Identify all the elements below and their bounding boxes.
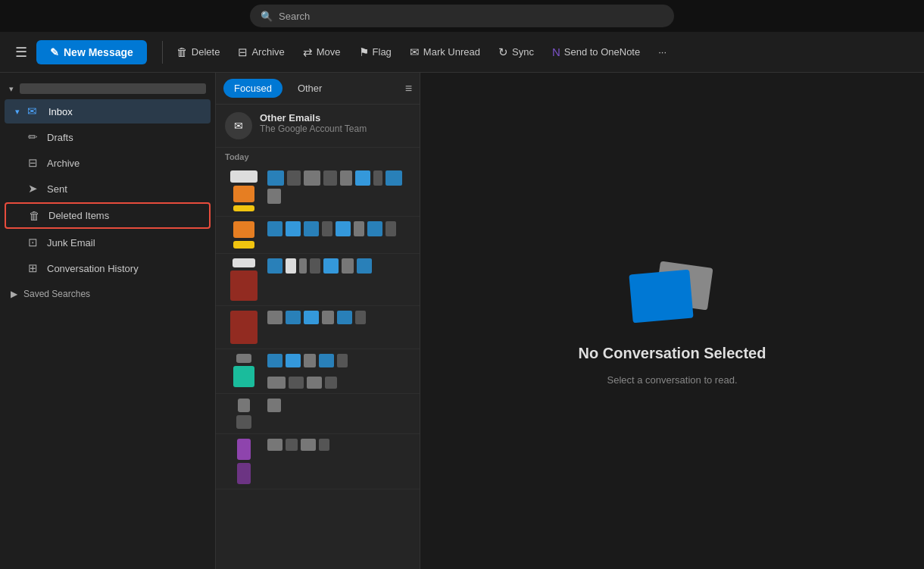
main-content: ▾ ▾ ✉ Inbox ✏ Drafts ⊟ Archive ➤ Sent 🗑 … bbox=[0, 73, 924, 569]
saved-searches-chevron: ▶ bbox=[11, 289, 17, 299]
row-avatar bbox=[225, 170, 263, 211]
row-content bbox=[267, 258, 410, 274]
row-content bbox=[267, 439, 410, 451]
send-to-onenote-button[interactable]: N Send to OneNote bbox=[545, 41, 648, 63]
toolbar-divider bbox=[162, 41, 163, 64]
drafts-label: Drafts bbox=[47, 132, 73, 143]
drafts-icon: ✏ bbox=[26, 130, 39, 144]
move-button[interactable]: ⇄ Move bbox=[295, 41, 348, 64]
row-content bbox=[267, 311, 410, 324]
no-conversation-panel: No Conversation Selected Select a conver… bbox=[579, 257, 766, 386]
saved-searches-label: Saved Searches bbox=[23, 289, 90, 299]
new-message-button[interactable]: ✎ New Message bbox=[36, 40, 147, 64]
sidebar-account[interactable]: ▾ bbox=[0, 79, 215, 98]
new-message-icon: ✎ bbox=[50, 46, 59, 58]
mark-unread-label: Mark Unread bbox=[423, 46, 480, 58]
row-content bbox=[267, 399, 410, 412]
row-avatar bbox=[225, 354, 263, 387]
send-to-onenote-label: Send to OneNote bbox=[564, 46, 640, 58]
no-conversation-subtitle: Select a conversation to read. bbox=[607, 374, 738, 386]
mark-unread-button[interactable]: ✉ Mark Unread bbox=[402, 41, 488, 64]
row-avatar bbox=[225, 399, 263, 429]
list-item[interactable] bbox=[216, 166, 420, 217]
list-item[interactable] bbox=[216, 306, 420, 349]
account-name-redacted bbox=[20, 83, 206, 94]
inbox-icon: ✉ bbox=[27, 105, 41, 118]
list-item[interactable] bbox=[216, 254, 420, 306]
flag-label: Flag bbox=[373, 46, 392, 58]
deleted-items-label: Deleted Items bbox=[48, 210, 109, 221]
list-item[interactable] bbox=[216, 394, 420, 434]
email-sender: Other Emails bbox=[260, 112, 410, 123]
sidebar-item-junk-email[interactable]: ⊡ Junk Email bbox=[5, 230, 211, 255]
archive-label: Archive bbox=[251, 46, 284, 58]
sidebar-item-inbox[interactable]: ▾ ✉ Inbox bbox=[5, 99, 211, 123]
inbox-label: Inbox bbox=[48, 106, 73, 117]
sidebar-item-sent[interactable]: ➤ Sent bbox=[5, 177, 211, 201]
onenote-icon: N bbox=[552, 45, 560, 58]
filter-icon[interactable]: ≡ bbox=[405, 82, 412, 95]
email-content-google: Other Emails The Google Account Team bbox=[260, 112, 410, 134]
sync-label: Sync bbox=[512, 46, 534, 58]
deleted-items-icon: 🗑 bbox=[27, 209, 41, 222]
tab-focused[interactable]: Focused bbox=[223, 79, 283, 98]
flag-icon: ⚑ bbox=[359, 45, 369, 59]
sync-icon: ↻ bbox=[498, 45, 508, 59]
conv-history-label: Conversation History bbox=[47, 263, 139, 274]
list-item[interactable] bbox=[216, 349, 420, 394]
more-label: ··· bbox=[658, 46, 666, 58]
sidebar-item-drafts[interactable]: ✏ Drafts bbox=[5, 125, 211, 149]
email-list: Focused Other ≡ ✉ Other Emails The Googl… bbox=[216, 73, 420, 569]
no-conversation-title: No Conversation Selected bbox=[579, 345, 766, 362]
sidebar-item-deleted-items[interactable]: 🗑 Deleted Items bbox=[5, 202, 211, 229]
tab-other[interactable]: Other bbox=[287, 79, 333, 98]
more-button[interactable]: ··· bbox=[651, 42, 674, 62]
email-item-google[interactable]: ✉ Other Emails The Google Account Team bbox=[216, 105, 420, 148]
move-label: Move bbox=[317, 46, 341, 58]
toolbar: ☰ ✎ New Message 🗑 Delete ⊟ Archive ⇄ Mov… bbox=[0, 32, 924, 73]
envelope-front bbox=[629, 269, 693, 323]
list-item[interactable] bbox=[216, 217, 420, 254]
hamburger-button[interactable]: ☰ bbox=[9, 39, 33, 65]
list-item[interactable] bbox=[216, 434, 420, 489]
right-panel: No Conversation Selected Select a conver… bbox=[420, 73, 924, 569]
row-avatar bbox=[225, 311, 263, 344]
mark-unread-icon: ✉ bbox=[410, 45, 420, 59]
email-subtitle: The Google Account Team bbox=[260, 123, 410, 134]
sent-label: Sent bbox=[47, 183, 67, 195]
row-avatar bbox=[225, 439, 263, 484]
junk-icon: ⊡ bbox=[26, 236, 39, 249]
junk-label: Junk Email bbox=[47, 237, 95, 249]
move-icon: ⇄ bbox=[303, 45, 313, 59]
today-section-header: Today bbox=[216, 148, 420, 166]
sidebar: ▾ ▾ ✉ Inbox ✏ Drafts ⊟ Archive ➤ Sent 🗑 … bbox=[0, 73, 216, 569]
sidebar-item-archive[interactable]: ⊟ Archive bbox=[5, 151, 211, 175]
inbox-chevron: ▾ bbox=[15, 107, 20, 117]
sidebar-item-conversation-history[interactable]: ⊞ Conversation History bbox=[5, 256, 211, 280]
row-content bbox=[267, 221, 410, 236]
sync-button[interactable]: ↻ Sync bbox=[491, 41, 542, 64]
email-list-tabs: Focused Other ≡ bbox=[216, 73, 420, 105]
saved-searches-section[interactable]: ▶ Saved Searches bbox=[0, 281, 215, 304]
archive-sidebar-label: Archive bbox=[47, 158, 80, 169]
account-chevron-down: ▾ bbox=[9, 84, 14, 94]
email-avatar-icon: ✉ bbox=[234, 120, 243, 132]
search-icon: 🔍 bbox=[261, 11, 273, 22]
top-bar: 🔍 Search bbox=[0, 0, 924, 32]
envelope-illustration bbox=[627, 257, 718, 333]
delete-button[interactable]: 🗑 Delete bbox=[169, 41, 228, 63]
email-avatar-google: ✉ bbox=[225, 112, 252, 139]
row-content bbox=[267, 354, 410, 389]
conv-history-icon: ⊞ bbox=[26, 261, 39, 275]
archive-button[interactable]: ⊟ Archive bbox=[230, 41, 292, 64]
row-avatar bbox=[225, 221, 263, 249]
new-message-label: New Message bbox=[64, 46, 133, 58]
archive-sidebar-icon: ⊟ bbox=[26, 156, 39, 170]
delete-label: Delete bbox=[192, 46, 220, 58]
row-avatar bbox=[225, 258, 263, 301]
archive-icon: ⊟ bbox=[238, 45, 248, 59]
search-box[interactable]: 🔍 Search bbox=[250, 5, 674, 27]
flag-button[interactable]: ⚑ Flag bbox=[351, 41, 399, 64]
row-content bbox=[267, 170, 410, 204]
delete-icon: 🗑 bbox=[176, 45, 188, 58]
